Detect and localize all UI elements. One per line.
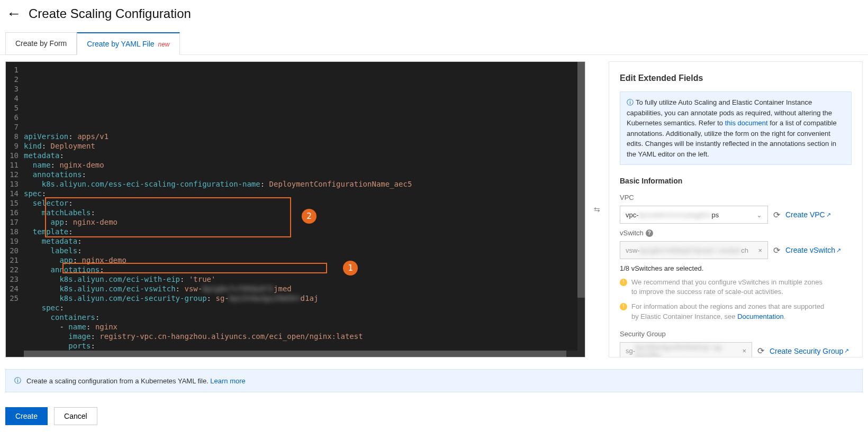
- chevron-down-icon: ⌄: [756, 211, 762, 219]
- marker-2: 2: [302, 209, 317, 224]
- side-panel-title: Edit Extended Fields: [620, 73, 852, 83]
- tabs: Create by Form Create by YAML File new: [0, 32, 868, 55]
- footer-info-bar: ⓘ Create a scaling configuration from a …: [5, 369, 863, 392]
- create-button[interactable]: Create: [5, 407, 48, 425]
- documentation-link[interactable]: Documentation: [737, 312, 783, 321]
- tab-create-by-yaml[interactable]: Create by YAML File new: [77, 32, 179, 55]
- editor-code[interactable]: 2 1 apiVersion: apps/v1kind: Deploymentm…: [24, 62, 585, 357]
- extended-fields-panel: Edit Extended Fields ⓘTo fully utilize A…: [609, 61, 863, 357]
- editor-scrollbar-horizontal[interactable]: [24, 351, 577, 357]
- tab-yaml-label: Create by YAML File: [87, 40, 154, 48]
- info-icon: ⓘ: [627, 98, 634, 106]
- info-doc-link[interactable]: this document: [725, 118, 768, 128]
- vpc-select[interactable]: vpc-bp1oddm2mmcykqg51vps ⌄: [620, 206, 768, 224]
- info-icon: ⓘ: [14, 376, 21, 385]
- page-title: Create Scaling Configuration: [29, 6, 191, 21]
- vswitch-hint-zones: ! We recommend that you configure vSwitc…: [620, 278, 852, 297]
- create-vpc-link[interactable]: Create VPC↗: [785, 210, 831, 219]
- warn-icon: !: [620, 303, 627, 310]
- back-arrow-icon[interactable]: ←: [6, 5, 21, 22]
- cancel-button[interactable]: Cancel: [54, 407, 97, 425]
- external-link-icon: ↗: [844, 347, 849, 354]
- tab-create-by-form[interactable]: Create by Form: [5, 32, 77, 55]
- marker-1: 1: [343, 261, 358, 275]
- refresh-icon[interactable]: ⟳: [773, 245, 780, 255]
- footer-info-text: Create a scaling configuration from a Ku…: [26, 377, 210, 385]
- external-link-icon: ↗: [836, 247, 841, 254]
- vswitch-hint-docs: ! For information about the regions and …: [620, 302, 852, 321]
- security-group-select[interactable]: sg-bp13tbw3gs29m5ktd1aj / sg-bp128kv ×: [620, 342, 752, 357]
- yaml-editor[interactable]: 1234567891011121314151617181920212223242…: [5, 61, 585, 357]
- security-group-label: Security Group: [620, 330, 852, 338]
- editor-scrollbar-vertical[interactable]: [577, 62, 585, 357]
- sync-indicator: ⇆: [591, 61, 603, 357]
- vswitch-label: vSwitch ?: [620, 229, 852, 237]
- create-security-group-link[interactable]: Create Security Group↗: [770, 347, 849, 355]
- vswitch-select[interactable]: vsw-bp1g8x7vf09dy672jmed / vswitchch ×: [620, 241, 768, 259]
- editor-gutter: 1234567891011121314151617181920212223242…: [6, 62, 24, 357]
- basic-info-header: Basic Information: [620, 177, 852, 185]
- info-box: ⓘTo fully utilize Auto Scaling and Elast…: [620, 91, 852, 165]
- help-icon[interactable]: ?: [646, 229, 653, 237]
- external-link-icon: ↗: [826, 212, 831, 218]
- vswitch-selected-count: 1/8 vSwitches are selected.: [620, 264, 852, 272]
- create-vswitch-link[interactable]: Create vSwitch↗: [785, 246, 841, 254]
- new-badge: new: [158, 41, 170, 48]
- learn-more-link[interactable]: Learn more: [210, 377, 245, 385]
- refresh-icon[interactable]: ⟳: [773, 210, 780, 220]
- warn-icon: !: [620, 279, 627, 286]
- clear-icon[interactable]: ×: [742, 347, 746, 355]
- clear-icon[interactable]: ×: [758, 246, 762, 254]
- refresh-icon[interactable]: ⟳: [757, 346, 764, 356]
- vpc-label: VPC: [620, 194, 852, 201]
